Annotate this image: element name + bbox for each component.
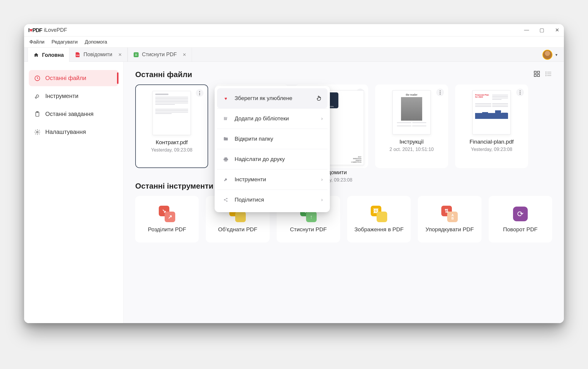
close-button[interactable]: ✕ (554, 27, 560, 33)
menu-edit[interactable]: Редагувати (51, 39, 78, 45)
ctx-add-library[interactable]: Додати до бібліотеки › (217, 108, 328, 129)
sidebar: Останні файли Інструменти Останні завдан… (24, 62, 123, 323)
more-button[interactable]: ⋮ (196, 89, 203, 97)
svg-rect-8 (534, 74, 536, 77)
ctx-label: Надіслати до друку (235, 156, 285, 162)
clipboard-icon (34, 111, 41, 117)
ctx-label: Зберегти як улюблене (235, 95, 292, 102)
file-thumb-financial: Financial Plan for 2022 (472, 90, 511, 134)
reader-title: the reader (395, 93, 428, 96)
split-icon: ↘↗ (159, 206, 175, 222)
ctx-open-folder[interactable]: Відкрити папку (217, 129, 328, 149)
ctx-share[interactable]: Поділитися › (217, 190, 328, 210)
file-card[interactable]: ⋮ Financial Plan for 2022 Financial-plan… (455, 84, 528, 168)
close-icon[interactable]: ✕ (118, 52, 122, 57)
maximize-button[interactable]: ▢ (539, 27, 544, 33)
svg-rect-6 (534, 71, 536, 73)
sidebar-item-label: Налаштування (45, 129, 86, 135)
section-head: Останні файли (135, 70, 552, 79)
menu-files[interactable]: Файли (29, 39, 44, 45)
file-name: Інструкції (379, 139, 444, 145)
app-window: I♥PDF iLovePDF — ▢ ✕ Файли Редагувати До… (24, 24, 564, 323)
main: Останні файли ⋮ (123, 62, 564, 323)
clock-icon (34, 75, 41, 82)
tab-label: Головна (42, 52, 64, 58)
section-title-tools: Останні інструменти (135, 182, 552, 191)
tab-report[interactable]: PDF Повідомити ✕ (69, 48, 128, 61)
tool-rotate[interactable]: ⟳ Поворот PDF (489, 196, 552, 242)
brand-suffix: PDF (32, 27, 42, 33)
wrench-icon (222, 175, 230, 184)
svg-rect-18 (226, 117, 227, 120)
brand: I♥PDF iLovePDF (28, 27, 67, 33)
tabstrip: Головна PDF Повідомити ✕ Стиснути PDF ✕ … (24, 48, 564, 62)
ctx-print[interactable]: Надіслати до друку (217, 149, 328, 169)
svg-point-15 (546, 75, 546, 76)
home-icon (33, 52, 39, 58)
ctx-tools[interactable]: Інструменти › (217, 169, 328, 190)
svg-point-5 (36, 131, 38, 133)
ctx-save-favorite[interactable]: ♥ Зберегти як улюблене (217, 88, 328, 108)
menubar: Файли Редагувати Допомога (24, 36, 564, 48)
file-date: 2 oct. 2021, 10:51:10 (379, 147, 444, 152)
section-title: Останні файли (135, 70, 192, 79)
view-toggles (533, 70, 552, 79)
tool-label: Розділити PDF (148, 226, 186, 233)
svg-point-13 (546, 72, 546, 72)
file-card[interactable]: ⋮ the reader Інструкції 2 oct. 2021, 10:… (375, 84, 448, 168)
app-name: iLovePDF (44, 27, 67, 33)
file-date: Yesterday, 09:23:08 (459, 147, 524, 152)
sidebar-item-label: Останні файли (45, 75, 86, 82)
sidebar-item-recent-files[interactable]: Останні файли (29, 70, 118, 86)
ctx-label: Інструменти (235, 176, 266, 183)
file-date: Yesterday, 09:23:08 (140, 147, 203, 153)
compress-icon (133, 52, 139, 58)
sidebar-item-settings[interactable]: Налаштування (29, 124, 118, 140)
recent-tools: ↘↗ Розділити PDF Об'єднати PDF ↓↑ Стисну… (135, 196, 552, 242)
folder-icon (222, 135, 230, 143)
organize-icon: ⇅AB (441, 206, 458, 222)
chevron-right-icon: › (321, 116, 323, 122)
print-icon (222, 155, 230, 163)
menu-help[interactable]: Допомога (85, 39, 107, 45)
svg-point-14 (546, 74, 546, 74)
tool-organize[interactable]: ⇅AB Упорядкувати PDF (418, 196, 481, 242)
svg-rect-17 (225, 117, 226, 120)
titlebar: I♥PDF iLovePDF — ▢ ✕ (24, 24, 564, 36)
svg-rect-7 (537, 71, 539, 73)
context-menu: ♥ Зберегти як улюблене Додати до бібліот… (215, 86, 330, 212)
body: Останні файли Інструменти Останні завдан… (24, 62, 564, 323)
file-name: Контракт.pdf (140, 139, 203, 146)
brand-logo: I♥PDF (28, 27, 42, 33)
file-card[interactable]: ⋮ Контракт.pdf Yesterday, 09:23:08 (135, 84, 208, 168)
more-button[interactable]: ⋮ (436, 89, 444, 96)
window-controls: — ▢ ✕ (524, 27, 560, 33)
more-button[interactable]: ⋮ (516, 89, 524, 96)
svg-rect-16 (224, 117, 225, 120)
rotate-icon: ⟳ (512, 206, 529, 222)
list-view-icon[interactable] (545, 70, 552, 79)
grid-view-icon[interactable] (533, 70, 540, 79)
tool-split[interactable]: ↘↗ Розділити PDF (135, 196, 199, 242)
tab-home[interactable]: Головна (28, 48, 69, 62)
sidebar-item-tools[interactable]: Інструменти (29, 88, 118, 104)
avatar[interactable] (542, 50, 552, 60)
sidebar-item-label: Останні завдання (45, 111, 93, 117)
pointer-cursor-icon (316, 95, 322, 102)
sidebar-item-recent-tasks[interactable]: Останні завдання (29, 106, 118, 122)
file-thumb-reader: the reader (392, 90, 431, 134)
tool-label: Об'єднати PDF (218, 226, 257, 233)
ctx-label: Поділитися (235, 197, 264, 203)
minimize-button[interactable]: — (524, 27, 529, 33)
close-icon[interactable]: ✕ (183, 52, 186, 57)
gear-icon (34, 129, 41, 135)
ctx-label: Додати до бібліотеки (235, 115, 289, 122)
chevron-down-icon[interactable]: ▾ (555, 52, 557, 57)
tool-label: Поворот PDF (503, 226, 537, 233)
tab-label: Стиснути PDF (142, 51, 177, 58)
tool-image-to-pdf[interactable]: 🖼 Зображення в PDF (347, 196, 411, 242)
wrench-icon (34, 93, 41, 99)
ctx-label: Відкрити папку (235, 136, 273, 142)
tab-compress[interactable]: Стиснути PDF ✕ (128, 48, 192, 61)
chevron-right-icon: › (321, 197, 323, 203)
